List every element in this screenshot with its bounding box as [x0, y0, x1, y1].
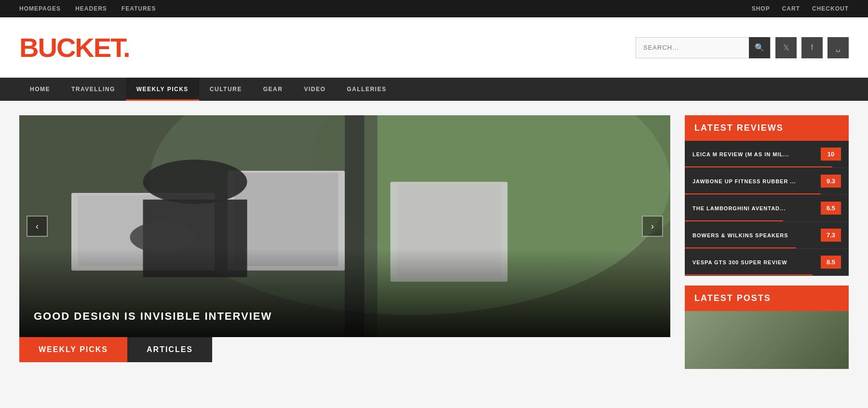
facebook-icon: f	[811, 43, 813, 52]
chevron-right-icon: ›	[651, 221, 654, 231]
latest-posts-preview	[685, 311, 849, 369]
main-nav: HOME TRAVELLING WEEKLY PICKS CULTURE GEA…	[0, 78, 868, 101]
header: BUCKET. 🔍 𝕏 f ␣	[0, 17, 868, 78]
review-bar	[685, 220, 783, 221]
top-bar-left: HOMEPAGES HEADERS FEATURES	[19, 5, 156, 12]
slider-prev-button[interactable]: ‹	[27, 216, 48, 237]
chevron-left-icon: ‹	[36, 221, 39, 231]
rss-button[interactable]: ␣	[827, 37, 849, 58]
search-input[interactable]	[636, 44, 749, 51]
search-button[interactable]: 🔍	[749, 37, 770, 58]
main-content: ‹ › GOOD DESIGN IS INVISIBLE INTERVIEW W…	[0, 101, 868, 383]
twitter-icon: 𝕏	[783, 43, 789, 52]
logo[interactable]: BUCKET.	[19, 32, 130, 63]
review-bar	[685, 274, 813, 275]
review-item[interactable]: LEICA M REVIEW (M AS IN MIL... 10	[685, 141, 849, 168]
svg-rect-14	[19, 115, 670, 337]
sidebar: LATEST REVIEWS LEICA M REVIEW (M AS IN M…	[685, 115, 849, 369]
review-bar	[685, 166, 832, 167]
slider-section: ‹ › GOOD DESIGN IS INVISIBLE INTERVIEW W…	[19, 115, 670, 369]
twitter-button[interactable]: 𝕏	[775, 37, 797, 58]
tab-articles[interactable]: ARTICLES	[127, 337, 212, 362]
nav-galleries[interactable]: GALLERIES	[336, 78, 397, 101]
nav-home[interactable]: HOME	[19, 78, 61, 101]
review-item[interactable]: JAWBONE UP FITNESS RUBBER ... 9.3	[685, 168, 849, 195]
nav-travelling[interactable]: TRAVELLING	[61, 78, 126, 101]
header-right: 🔍 𝕏 f ␣	[636, 37, 849, 58]
topbar-homepages[interactable]: HOMEPAGES	[19, 5, 61, 12]
nav-culture[interactable]: CULTURE	[199, 78, 253, 101]
review-item[interactable]: VESPA GTS 300 SUPER REVIEW 8.5	[685, 249, 849, 276]
review-item[interactable]: THE LAMBORGHINI AVENTAD... 6.5	[685, 195, 849, 222]
nav-gear[interactable]: GEAR	[253, 78, 294, 101]
tab-weekly-picks[interactable]: WEEKLY PICKS	[19, 337, 127, 362]
review-item[interactable]: BOWERS & WILKINS SPEAKERS 7.3	[685, 222, 849, 249]
posts-preview-image	[685, 311, 849, 369]
slider-next-button[interactable]: ›	[642, 216, 663, 237]
latest-posts-title: LATEST POSTS	[685, 286, 849, 311]
image-slider: ‹ › GOOD DESIGN IS INVISIBLE INTERVIEW	[19, 115, 670, 337]
topbar-features[interactable]: FEATURES	[122, 5, 156, 12]
content-tabs: WEEKLY PICKS ARTICLES	[19, 337, 670, 362]
topbar-shop[interactable]: SHOP	[752, 5, 770, 12]
rss-icon: ␣	[836, 43, 841, 52]
topbar-cart[interactable]: CART	[782, 5, 800, 12]
search-icon: 🔍	[755, 43, 764, 52]
topbar-checkout[interactable]: CHECKOUT	[812, 5, 849, 12]
latest-reviews-title: LATEST REVIEWS	[685, 115, 849, 141]
nav-weekly-picks[interactable]: WEEKLY PICKS	[126, 78, 199, 101]
top-bar-right: SHOP CART CHECKOUT	[752, 5, 849, 12]
review-bar	[685, 193, 821, 194]
facebook-button[interactable]: f	[801, 37, 823, 58]
review-bar	[685, 247, 796, 248]
slider-caption: GOOD DESIGN IS INVISIBLE INTERVIEW	[34, 310, 272, 323]
search-box: 🔍	[636, 37, 771, 58]
nav-video[interactable]: VIDEO	[293, 78, 336, 101]
top-bar: HOMEPAGES HEADERS FEATURES SHOP CART CHE…	[0, 0, 868, 17]
topbar-headers[interactable]: HEADERS	[75, 5, 107, 12]
